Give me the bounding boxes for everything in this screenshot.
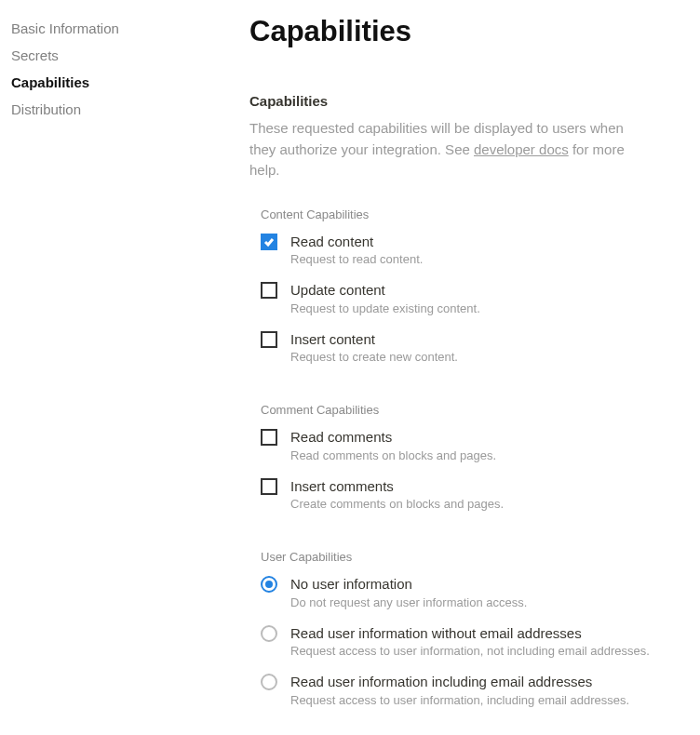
capabilities-heading: Capabilities [249,93,689,109]
developer-docs-link[interactable]: developer docs [474,141,569,157]
option-text: Read user information including email ad… [290,673,689,707]
user-info-with-email-radio[interactable] [261,674,277,690]
option-no-user-info: No user information Do not request any u… [261,575,689,609]
option-insert-content: Insert content Request to create new con… [261,330,689,365]
option-desc: Do not request any user information acce… [290,595,689,609]
option-label: Read user information without email addr… [290,624,689,643]
sidebar-item-secrets[interactable]: Secrets [11,42,227,69]
radio-dot-icon [265,581,273,588]
user-capabilities-group: User Capabilities No user information Do… [249,550,689,722]
checkmark-icon [263,236,275,247]
sidebar: Basic Information Secrets Capabilities D… [11,15,249,720]
option-user-info-no-email: Read user information without email addr… [261,624,689,659]
main-content: Capabilities Capabilities These requeste… [249,15,689,720]
capabilities-description: These requested capabilities will be dis… [249,118,650,181]
option-text: Update content Request to update existin… [290,281,689,315]
content-group-title: Content Capabilities [261,207,689,221]
user-group-title: User Capabilities [261,550,689,564]
option-desc: Create comments on blocks and pages. [290,497,689,511]
sidebar-item-capabilities[interactable]: Capabilities [11,69,227,96]
option-text: Read user information without email addr… [290,624,689,659]
comment-capabilities-group: Comment Capabilities Read comments Read … [249,403,689,526]
option-label: No user information [290,575,689,594]
option-read-comments: Read comments Read comments on blocks an… [261,428,689,462]
option-label: Insert comments [290,477,689,496]
read-content-checkbox[interactable] [261,234,277,250]
option-text: Read content Request to read content. [290,233,689,267]
option-text: Read comments Read comments on blocks an… [290,428,689,462]
option-desc: Read comments on blocks and pages. [290,448,689,462]
option-desc: Request access to user information, not … [290,644,689,658]
option-insert-comments: Insert comments Create comments on block… [261,477,689,512]
page-title: Capabilities [249,15,689,48]
option-text: Insert content Request to create new con… [290,330,689,365]
option-update-content: Update content Request to update existin… [261,281,689,315]
option-desc: Request to update existing content. [290,301,689,315]
read-comments-checkbox[interactable] [261,429,277,446]
update-content-checkbox[interactable] [261,282,277,299]
option-text: No user information Do not request any u… [290,575,689,609]
option-desc: Request to create new content. [290,350,689,364]
sidebar-item-distribution[interactable]: Distribution [11,96,227,123]
option-label: Insert content [290,330,689,349]
option-read-content: Read content Request to read content. [261,233,689,267]
option-user-info-with-email: Read user information including email ad… [261,673,689,707]
option-desc: Request to read content. [290,252,689,266]
option-label: Read comments [290,428,689,447]
option-label: Update content [290,281,689,300]
option-label: Read user information including email ad… [290,673,689,691]
option-text: Insert comments Create comments on block… [290,477,689,512]
option-desc: Request access to user information, incl… [290,693,689,707]
insert-content-checkbox[interactable] [261,331,277,348]
comment-group-title: Comment Capabilities [261,403,689,417]
content-capabilities-group: Content Capabilities Read content Reques… [249,207,689,380]
option-label: Read content [290,233,689,251]
user-info-no-email-radio[interactable] [261,625,277,642]
sidebar-item-basic-information[interactable]: Basic Information [11,15,227,42]
insert-comments-checkbox[interactable] [261,478,277,495]
no-user-info-radio[interactable] [261,576,277,593]
